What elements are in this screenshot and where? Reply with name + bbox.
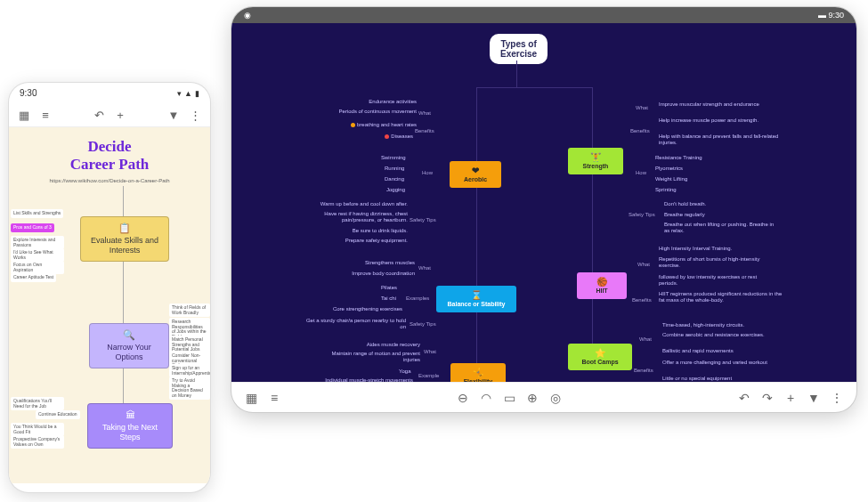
more-icon[interactable]: ⋮: [830, 391, 844, 405]
node-aerobic[interactable]: ❤Aerobic: [450, 161, 501, 188]
format-icon[interactable]: ▼: [807, 391, 821, 405]
zoom-in-icon[interactable]: ⊕: [525, 391, 539, 405]
steps-icon: 🏛: [95, 409, 165, 421]
grid-view-icon[interactable]: ▦: [244, 391, 258, 405]
node-evaluate[interactable]: 📋Evaluate Skills and Interests: [80, 216, 169, 262]
phone-mindmap-canvas[interactable]: Decide Career Path https://www.wikihow.c…: [9, 127, 210, 483]
node-narrow[interactable]: 🔍Narrow Your Options: [89, 323, 169, 368]
mindmap-title[interactable]: Decide Career Path: [9, 127, 210, 178]
leaf[interactable]: Don't hold breath.: [664, 201, 706, 207]
leaf[interactable]: Breathe regularly: [664, 212, 705, 218]
leaf[interactable]: Pilates: [381, 285, 397, 291]
leaf[interactable]: Warm up before and cool down after.: [310, 201, 408, 207]
node-hiit[interactable]: 🏀HIIT: [577, 272, 627, 299]
leaf[interactable]: Aides muscle recovery: [349, 342, 420, 348]
phone-device: 9:30 ▾ ▲ ▮ ▦ ≡ ↶ + ▼ ⋮ Decide Career Pat…: [9, 83, 210, 492]
leaf[interactable]: Periods of continuous movement: [328, 109, 417, 115]
leaf[interactable]: Have rest if having dizziness, chest pai…: [310, 211, 408, 223]
leaf[interactable]: Get a sturdy chair/a person nearby to ho…: [301, 318, 406, 330]
format-icon[interactable]: ▼: [167, 109, 180, 121]
leaf[interactable]: HIIT regimens produced significant reduc…: [659, 291, 783, 304]
leaf[interactable]: Yoga: [399, 368, 410, 375]
leaf[interactable]: Individual muscle-stretch movements: [313, 377, 413, 382]
label-safety: Safety Tips: [629, 212, 655, 217]
node-strength[interactable]: 🏋Strength: [568, 148, 623, 174]
tablet-mindmap-canvas[interactable]: Types of Exercise ❤Aerobic What Enduranc…: [231, 23, 856, 382]
leaf[interactable]: Core strengthening exercises: [329, 306, 402, 312]
leaf[interactable]: Prepare safety equipment.: [329, 238, 408, 244]
leaf[interactable]: Jogging: [386, 187, 405, 193]
target-icon[interactable]: ◎: [548, 391, 563, 405]
note[interactable]: Prospective Company's Values on Own: [11, 435, 64, 449]
leaf[interactable]: Improve muscular strength and endurance: [659, 101, 766, 108]
leaf[interactable]: Breathe out when lifting or pushing. Bre…: [664, 222, 780, 234]
leaf[interactable]: Help with balance and prevent falls and …: [659, 134, 780, 146]
leaf[interactable]: Diseases: [370, 134, 413, 140]
more-icon[interactable]: ⋮: [189, 109, 201, 121]
leaf[interactable]: Maintain range of motion and prevent inj…: [317, 351, 420, 363]
node-bootcamps[interactable]: ⭐Boot Camps: [568, 344, 632, 370]
leaf[interactable]: Plyometrics: [655, 166, 683, 172]
dot-icon: [385, 134, 389, 139]
tablet-time: 9:30: [828, 11, 844, 20]
list-view-icon[interactable]: ≡: [267, 391, 281, 405]
leaf[interactable]: followed by low intensity exercises or r…: [659, 274, 775, 287]
leaf[interactable]: Sprinting: [655, 187, 677, 193]
leaf[interactable]: Endurance activities: [354, 99, 417, 105]
add-icon[interactable]: +: [114, 109, 126, 121]
leaf[interactable]: breathing and heart rates: [320, 122, 417, 128]
root-node[interactable]: Types of Exercise: [490, 34, 548, 64]
leaf[interactable]: Strengthens muscles: [347, 260, 415, 266]
wifi-icon: ▾: [177, 89, 182, 98]
note[interactable]: Continue Education: [36, 410, 80, 419]
leaf[interactable]: Resistance Training: [655, 155, 702, 161]
leaf[interactable]: Offer a more challenging and varied work…: [662, 360, 778, 366]
leaf[interactable]: Dancing: [385, 176, 404, 182]
note[interactable]: List Skills and Strengths: [11, 209, 63, 218]
note[interactable]: Explore Interests and Passions: [11, 236, 64, 249]
leaf[interactable]: Ballistic and rapid movements: [662, 348, 734, 354]
note[interactable]: Think of Fields of Work Broadly: [169, 304, 210, 317]
leaf[interactable]: Combine aerobic and resistance exercises…: [662, 332, 769, 338]
note[interactable]: Try to Avoid Making a Decision Based on …: [169, 376, 210, 400]
zoom-out-icon[interactable]: ⊖: [456, 391, 470, 405]
basketball-icon: 🏀: [586, 277, 618, 287]
note[interactable]: I'd Like to See What Works: [11, 248, 64, 262]
add-icon[interactable]: +: [783, 391, 798, 405]
leaf[interactable]: Weight Lifting: [655, 176, 687, 182]
note[interactable]: Career Aptitude Test: [11, 273, 56, 282]
label-benefits: Benefits: [634, 368, 653, 373]
note[interactable]: You Think Would be a Good Fit: [11, 423, 64, 436]
node-next-steps[interactable]: 🏛Taking the Next Steps: [87, 403, 173, 449]
list-view-icon[interactable]: ≡: [39, 109, 52, 121]
leaf[interactable]: Help increase muscle power and strength.: [659, 117, 775, 124]
undo-icon[interactable]: ↶: [737, 391, 751, 405]
label-safety: Safety Tips: [410, 217, 436, 223]
note[interactable]: Sign up for an Internship/Apprenticeship: [169, 364, 210, 377]
tablet-toolbar: ▦ ≡ ⊖ ◠ ▭ ⊕ ◎ ↶ ↷ + ▼ ⋮: [231, 382, 856, 412]
fit-icon[interactable]: ◠: [479, 391, 493, 405]
leaf[interactable]: Swimming: [381, 155, 406, 161]
label-benefits: Benefits: [632, 297, 652, 303]
note[interactable]: Pros and Cons of 3: [11, 223, 54, 232]
leaf[interactable]: High Intensity Interval Training.: [659, 246, 732, 252]
leaf[interactable]: Little or no special equipment: [662, 376, 732, 382]
wifi-icon: ◉: [244, 11, 251, 20]
undo-icon[interactable]: ↶: [93, 109, 105, 121]
leaf[interactable]: Be sure to drink liquids.: [337, 228, 408, 234]
redo-icon[interactable]: ↷: [760, 391, 775, 405]
leaf[interactable]: Repetitions of short bursts of high-inte…: [659, 256, 769, 269]
grid-view-icon[interactable]: ▦: [18, 109, 30, 121]
note[interactable]: Focus on Own Aspiration: [11, 261, 64, 274]
node-balance[interactable]: ⌛Balance or Stability: [436, 286, 516, 312]
center-icon[interactable]: ▭: [502, 391, 516, 405]
note[interactable]: Qualifications You'll Need for the Job: [11, 397, 64, 410]
node-flexibility[interactable]: 🤸Flexibility: [450, 363, 506, 382]
leaf[interactable]: Running: [385, 166, 404, 172]
leaf[interactable]: Improve body coordination: [331, 271, 415, 277]
leaf[interactable]: Time-based, high-intensity circuits.: [662, 322, 744, 328]
stretch-icon: 🤸: [459, 368, 497, 377]
dumbbell-icon: 🏋: [577, 152, 614, 162]
leaf[interactable]: Tai chi: [381, 296, 396, 302]
heart-icon: ❤: [458, 166, 492, 175]
